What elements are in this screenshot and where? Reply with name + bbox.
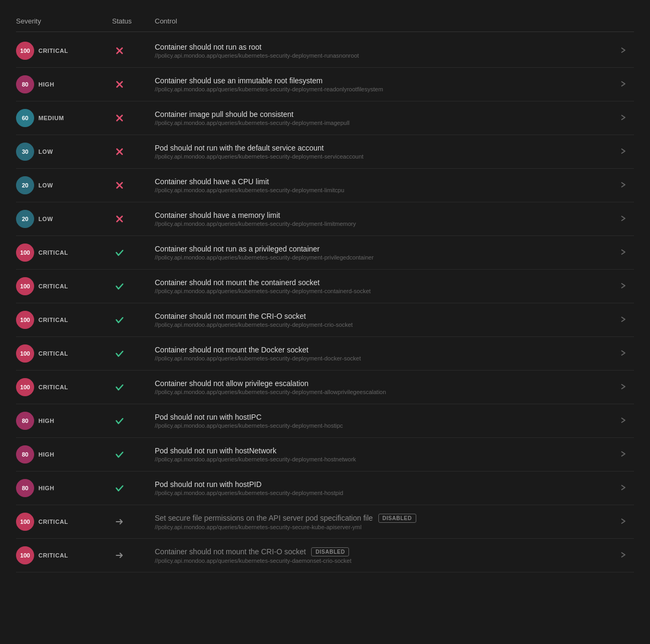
status-cell [112, 77, 155, 92]
table-row[interactable]: 100CRITICALContainer should not mount th… [16, 303, 634, 337]
table-row[interactable]: 20LOWContainer should have a CPU limit//… [16, 169, 634, 202]
expand-chevron-icon[interactable] [613, 248, 634, 258]
control-cell: Container should have a memory limit//po… [155, 211, 613, 227]
status-cell [112, 211, 155, 226]
expand-chevron-icon[interactable] [613, 46, 634, 56]
control-cell: Pod should not run with hostNetwork//pol… [155, 446, 613, 462]
table-row[interactable]: 30LOWPod should not run with the default… [16, 135, 634, 169]
status-cell [112, 178, 155, 193]
table-row[interactable]: 100CRITICALContainer should not mount th… [16, 337, 634, 371]
control-cell: Set secure file permissions on the API s… [155, 514, 613, 530]
control-url: //policy.api.mondoo.app/queries/kubernet… [155, 120, 613, 126]
control-title: Pod should not run with hostPID [155, 480, 613, 489]
expand-chevron-icon[interactable] [613, 80, 634, 90]
expand-chevron-icon[interactable] [613, 113, 634, 123]
expand-chevron-icon[interactable] [613, 483, 634, 493]
severity-label: LOW [38, 182, 53, 189]
severity-cell: 100CRITICAL [16, 42, 112, 60]
control-title-text: Container should have a memory limit [155, 211, 280, 219]
table-row[interactable]: 80HIGHPod should not run with hostNetwor… [16, 438, 634, 472]
control-cell: Container should not mount the Docker so… [155, 345, 613, 362]
table-row[interactable]: 100CRITICALContainer should not allow pr… [16, 371, 634, 404]
table-row[interactable]: 60MEDIUMContainer image pull should be c… [16, 101, 634, 135]
table-row[interactable]: 100CRITICALContainer should not mount th… [16, 270, 634, 303]
expand-chevron-icon[interactable] [613, 281, 634, 292]
status-icon-fail [112, 77, 127, 92]
control-url: //policy.api.mondoo.app/queries/kubernet… [155, 52, 613, 59]
control-title-text: Container should not allow privilege esc… [155, 379, 308, 388]
control-cell: Pod should not run with hostPID//policy.… [155, 480, 613, 496]
score-circle: 80 [16, 479, 34, 497]
status-cell [112, 312, 155, 327]
expand-chevron-icon[interactable] [613, 517, 634, 527]
score-circle: 100 [16, 344, 34, 363]
severity-cell: 80HIGH [16, 479, 112, 497]
status-icon-pass [112, 312, 127, 327]
control-title: Pod should not run with the default serv… [155, 144, 613, 152]
control-cell: Container should not allow privilege esc… [155, 379, 613, 395]
control-cell: Container should use an immutable root f… [155, 76, 613, 92]
status-cell [112, 548, 155, 563]
expand-chevron-icon[interactable] [613, 349, 634, 359]
table-row[interactable]: 80HIGHPod should not run with hostPID//p… [16, 472, 634, 505]
status-cell [112, 481, 155, 496]
control-title-text: Container should not mount the container… [155, 278, 320, 287]
control-title: Container should have a memory limit [155, 211, 613, 219]
control-url: //policy.api.mondoo.app/queries/kubernet… [155, 153, 613, 160]
score-circle: 20 [16, 176, 34, 194]
table-row[interactable]: 80HIGHContainer should use an immutable … [16, 68, 634, 101]
status-header: Status [112, 17, 155, 25]
control-title: Container image pull should be consisten… [155, 110, 613, 119]
score-circle: 30 [16, 143, 34, 161]
control-title-text: Container should not mount the Docker so… [155, 345, 308, 354]
expand-chevron-icon[interactable] [613, 382, 634, 392]
status-cell [112, 346, 155, 361]
expand-chevron-icon[interactable] [613, 450, 634, 460]
score-circle: 80 [16, 75, 34, 93]
control-title-text: Set secure file permissions on the API s… [155, 514, 373, 522]
table-row[interactable]: 80HIGHPod should not run with hostIPC//p… [16, 404, 634, 438]
control-title-text: Container should not run as root [155, 43, 261, 51]
score-circle: 100 [16, 42, 34, 60]
control-url: //policy.api.mondoo.app/queries/kubernet… [155, 187, 613, 193]
status-cell [112, 279, 155, 294]
status-cell [112, 514, 155, 529]
table-row[interactable]: 20LOWContainer should have a memory limi… [16, 202, 634, 236]
severity-cell: 80HIGH [16, 445, 112, 464]
control-title: Pod should not run with hostNetwork [155, 446, 613, 455]
control-url: //policy.api.mondoo.app/queries/kubernet… [155, 288, 613, 294]
severity-cell: 100CRITICAL [16, 244, 112, 262]
status-icon-disabled [112, 514, 127, 529]
control-title: Container should not mount the container… [155, 278, 613, 287]
severity-cell: 80HIGH [16, 75, 112, 93]
expand-chevron-icon[interactable] [613, 214, 634, 224]
severity-cell: 100CRITICAL [16, 344, 112, 363]
score-circle: 100 [16, 513, 34, 531]
expand-chevron-icon[interactable] [613, 315, 634, 325]
expand-chevron-icon[interactable] [613, 416, 634, 426]
control-cell: Container image pull should be consisten… [155, 110, 613, 126]
severity-cell: 20LOW [16, 210, 112, 228]
severity-cell: 30LOW [16, 143, 112, 161]
disabled-badge: DISABLED [311, 547, 349, 556]
control-url: //policy.api.mondoo.app/queries/kubernet… [155, 422, 613, 429]
control-cell: Pod should not run with hostIPC//policy.… [155, 413, 613, 429]
status-cell [112, 413, 155, 428]
control-title-text: Pod should not run with the default serv… [155, 144, 324, 152]
table-row[interactable]: 100CRITICALContainer should not run as a… [16, 236, 634, 270]
severity-cell: 60MEDIUM [16, 109, 112, 127]
severity-cell: 20LOW [16, 176, 112, 194]
table-row[interactable]: 100CRITICALContainer should not run as r… [16, 34, 634, 68]
expand-chevron-icon[interactable] [613, 180, 634, 191]
control-title-text: Container should not mount the CRI-O soc… [155, 312, 306, 320]
control-cell: Container should have a CPU limit//polic… [155, 177, 613, 193]
expand-chevron-icon[interactable] [613, 147, 634, 157]
control-url: //policy.api.mondoo.app/queries/kubernet… [155, 456, 613, 462]
status-cell [112, 245, 155, 260]
severity-label: CRITICAL [38, 350, 68, 357]
control-title: Container should not run as root [155, 43, 613, 51]
control-title-text: Container should not mount the CRI-O soc… [155, 547, 306, 556]
expand-chevron-icon[interactable] [613, 551, 634, 561]
table-row[interactable]: 100CRITICALContainer should not mount th… [16, 539, 634, 572]
table-row[interactable]: 100CRITICALSet secure file permissions o… [16, 505, 634, 539]
